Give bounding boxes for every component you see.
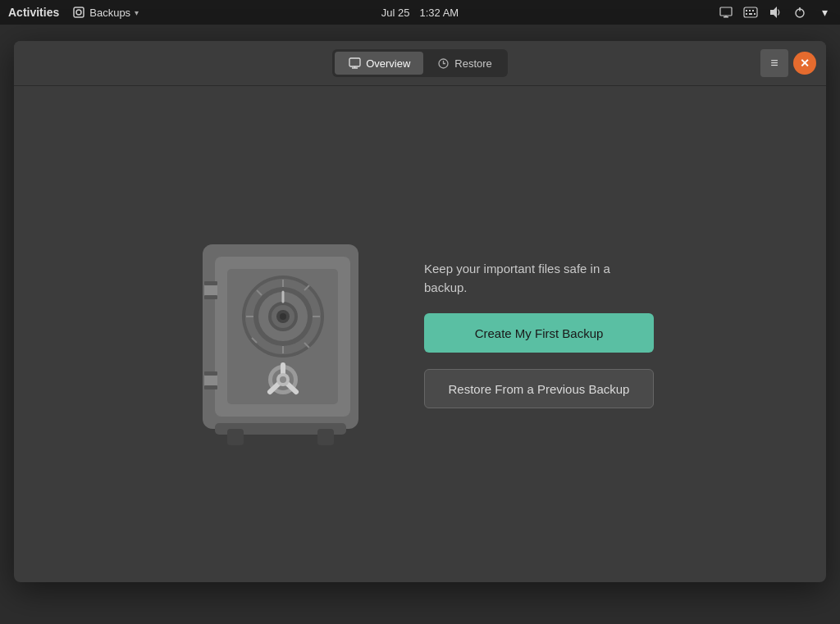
system-bar-left: Activities Backups ▾ — [8, 6, 139, 19]
svg-rect-54 — [317, 429, 334, 445]
system-bar-right: ▾ — [719, 5, 832, 20]
tagline-text: Keep your important files safe in a back… — [424, 260, 654, 297]
backups-app-icon — [72, 6, 85, 19]
svg-rect-3 — [724, 16, 728, 18]
tab-bar: Overview Restore — [332, 49, 508, 77]
right-content: Keep your important files safe in a back… — [424, 260, 654, 408]
restore-backup-button[interactable]: Restore From a Previous Backup — [424, 369, 654, 408]
svg-rect-53 — [227, 429, 244, 445]
system-bar-clock: Jul 25 1:32 AM — [381, 7, 459, 19]
svg-rect-27 — [204, 385, 217, 389]
svg-rect-10 — [749, 13, 752, 15]
svg-rect-11 — [754, 13, 756, 15]
keyboard-icon[interactable] — [743, 5, 758, 20]
power-icon[interactable] — [792, 5, 807, 20]
svg-rect-26 — [204, 371, 217, 376]
svg-rect-2 — [720, 7, 732, 16]
svg-rect-8 — [752, 10, 754, 11]
svg-rect-5 — [744, 7, 757, 17]
svg-rect-6 — [746, 10, 747, 11]
tab-overview[interactable]: Overview — [335, 52, 423, 75]
svg-marker-12 — [770, 7, 777, 18]
volume-icon[interactable] — [768, 5, 783, 20]
hamburger-menu-button[interactable]: ≡ — [760, 49, 788, 77]
svg-rect-7 — [749, 10, 751, 11]
window-header: Overview Restore ≡ ✕ — [14, 41, 826, 86]
system-bar-dropdown[interactable]: ▾ — [817, 5, 832, 20]
tab-restore[interactable]: Restore — [423, 52, 505, 75]
svg-point-1 — [76, 10, 81, 15]
app-menu-chevron: ▾ — [135, 8, 139, 17]
svg-rect-23 — [204, 281, 217, 285]
date-label: Jul 25 — [381, 7, 410, 19]
app-menu[interactable]: Backups ▾ — [72, 6, 139, 19]
window-content: Keep your important files safe in a back… — [14, 86, 826, 582]
close-button[interactable]: ✕ — [793, 52, 816, 75]
time-label: 1:32 AM — [420, 7, 459, 19]
svg-rect-0 — [74, 7, 84, 17]
app-name-label: Backups — [89, 7, 130, 19]
svg-rect-24 — [204, 295, 217, 299]
system-bar: Activities Backups ▾ Jul 25 1:32 AM — [0, 0, 840, 25]
svg-rect-9 — [746, 13, 747, 15]
activities-button[interactable]: Activities — [8, 6, 59, 19]
tab-overview-label: Overview — [366, 57, 410, 70]
svg-rect-15 — [349, 58, 360, 66]
screen-icon[interactable] — [719, 5, 733, 20]
svg-point-51 — [280, 376, 286, 383]
svg-point-43 — [280, 313, 286, 320]
window-header-right: ≡ ✕ — [760, 49, 816, 77]
create-backup-button[interactable]: Create My First Backup — [424, 313, 654, 353]
overview-tab-icon — [348, 57, 361, 70]
main-layout: Keep your important files safe in a back… — [186, 220, 654, 449]
app-window: Overview Restore ≡ ✕ — [14, 41, 826, 582]
restore-tab-icon — [436, 57, 450, 70]
window-area: Overview Restore ≡ ✕ — [0, 25, 840, 624]
tab-restore-label: Restore — [454, 57, 492, 70]
safe-illustration — [186, 220, 375, 449]
